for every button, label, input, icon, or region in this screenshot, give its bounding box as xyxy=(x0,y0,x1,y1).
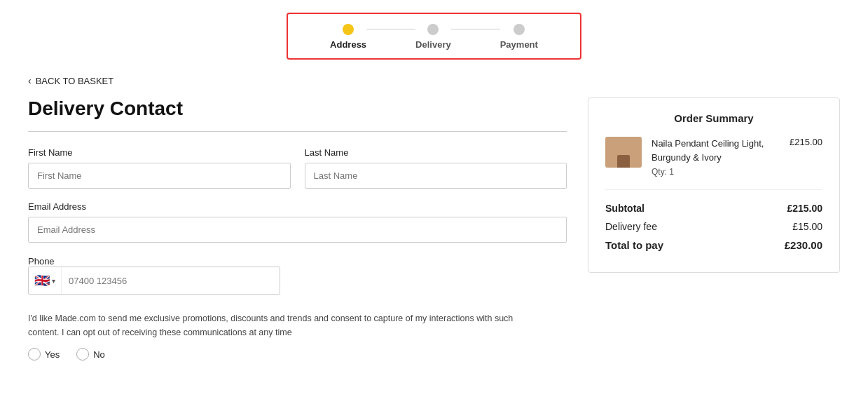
phone-group: Phone 🇬🇧 ▾ xyxy=(28,255,567,295)
stepper-dot-address xyxy=(343,24,354,35)
delivery-value: £15.00 xyxy=(792,221,822,232)
consent-no-radio[interactable] xyxy=(76,348,89,361)
item-qty-label: Qty: xyxy=(652,167,667,177)
name-row: First Name Last Name xyxy=(28,147,567,189)
form-section: Delivery Contact First Name Last Name Em… xyxy=(28,97,567,372)
stepper-wrapper: Address Delivery Payment xyxy=(0,0,868,67)
form-title: Delivery Contact xyxy=(28,97,567,120)
consent-no-label: No xyxy=(93,349,105,360)
delivery-label: Delivery fee xyxy=(605,221,657,232)
stepper-label-delivery: Delivery xyxy=(415,39,451,50)
summary-subtotal-row: Subtotal £215.00 xyxy=(605,203,822,214)
form-divider xyxy=(28,131,567,132)
consent-no-option[interactable]: No xyxy=(76,348,105,361)
email-label: Email Address xyxy=(28,201,567,212)
phone-input-wrapper: 🇬🇧 ▾ xyxy=(28,267,280,295)
stepper-label-payment: Payment xyxy=(500,39,538,50)
stepper-step-address[interactable]: Address xyxy=(330,24,366,50)
stepper-step-delivery[interactable]: Delivery xyxy=(415,24,451,50)
summary-total-row: Total to pay £230.00 xyxy=(605,239,822,251)
summary-delivery-row: Delivery fee £15.00 xyxy=(605,221,822,232)
first-name-group: First Name xyxy=(28,147,291,189)
phone-label: Phone xyxy=(28,256,55,267)
last-name-label: Last Name xyxy=(305,147,567,158)
stepper-label-address: Address xyxy=(330,39,366,50)
email-group: Email Address xyxy=(28,201,567,243)
summary-title: Order Summary xyxy=(605,112,822,124)
stepper-dot-delivery xyxy=(427,24,439,35)
total-label: Total to pay xyxy=(605,239,663,251)
last-name-group: Last Name xyxy=(305,147,567,189)
item-qty-value: 1 xyxy=(669,167,674,177)
back-to-basket-label: BACK TO BASKET xyxy=(36,76,114,86)
back-to-basket-link[interactable]: ‹ BACK TO BASKET xyxy=(0,67,868,97)
stepper-step-payment[interactable]: Payment xyxy=(500,24,538,50)
item-thumbnail xyxy=(605,137,642,168)
item-details: Naila Pendant Ceiling Light, Burgundy & … xyxy=(652,137,780,177)
consent-text: I'd like Made.com to send me exclusive p… xyxy=(28,311,532,339)
first-name-label: First Name xyxy=(28,147,291,158)
phone-dropdown-arrow-icon: ▾ xyxy=(52,277,55,285)
consent-yes-option[interactable]: Yes xyxy=(28,348,60,361)
chevron-left-icon: ‹ xyxy=(28,75,32,86)
item-price: £215.00 xyxy=(790,137,822,147)
item-qty: Qty: 1 xyxy=(652,167,780,177)
item-name: Naila Pendant Ceiling Light, Burgundy & … xyxy=(652,137,780,164)
stepper-line-2 xyxy=(451,29,500,30)
total-value: £230.00 xyxy=(785,239,822,251)
main-layout: Delivery Contact First Name Last Name Em… xyxy=(0,97,868,393)
uk-flag-icon: 🇬🇧 xyxy=(34,273,50,288)
consent-yes-label: Yes xyxy=(45,349,60,360)
order-summary: Order Summary Naila Pendant Ceiling Ligh… xyxy=(588,97,840,273)
stepper-line-1 xyxy=(366,29,415,30)
email-input[interactable] xyxy=(28,217,567,243)
phone-number-input[interactable] xyxy=(62,269,280,293)
last-name-input[interactable] xyxy=(305,163,567,189)
summary-item: Naila Pendant Ceiling Light, Burgundy & … xyxy=(605,137,822,190)
phone-flag-dropdown[interactable]: 🇬🇧 ▾ xyxy=(29,267,62,294)
consent-section: I'd like Made.com to send me exclusive p… xyxy=(28,311,567,361)
consent-yes-radio[interactable] xyxy=(28,348,41,361)
consent-options: Yes No xyxy=(28,348,567,361)
stepper-box: Address Delivery Payment xyxy=(287,13,581,60)
subtotal-label: Subtotal xyxy=(605,203,645,214)
subtotal-value: £215.00 xyxy=(787,203,822,214)
stepper-dot-payment xyxy=(514,24,525,35)
first-name-input[interactable] xyxy=(28,163,291,189)
